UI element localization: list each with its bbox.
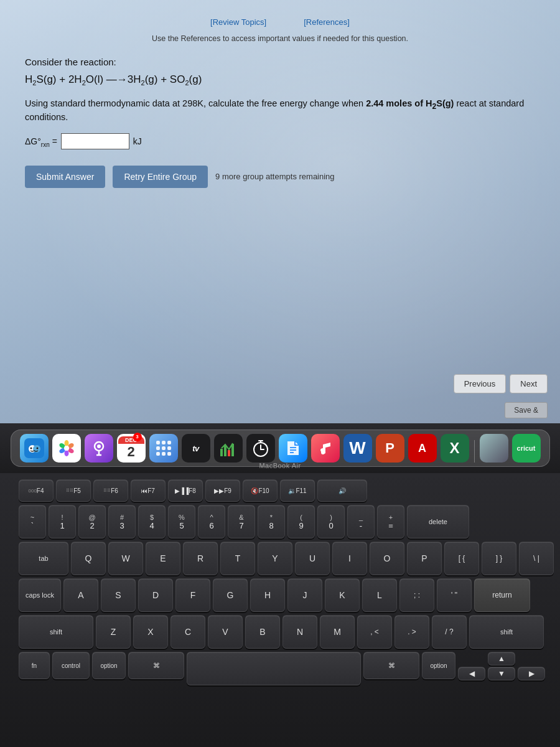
key-d[interactable]: D — [138, 578, 173, 612]
key-period[interactable]: . > — [394, 615, 429, 649]
key-q[interactable]: Q — [71, 542, 106, 575]
key-shift-left[interactable]: shift — [19, 615, 93, 649]
key-v[interactable]: V — [208, 615, 243, 649]
key-comma[interactable]: , < — [357, 615, 392, 649]
key-g[interactable]: G — [213, 578, 248, 612]
key-5[interactable]: % 5 — [168, 505, 195, 538]
key-m[interactable]: M — [320, 615, 355, 649]
key-f11[interactable]: 🔉 F11 — [280, 479, 315, 502]
key-f10[interactable]: 🔇 F10 — [243, 479, 278, 502]
key-option-left[interactable]: option — [92, 652, 126, 679]
key-f12[interactable]: 🔊 — [317, 479, 367, 502]
svg-rect-22 — [167, 446, 171, 450]
key-f9[interactable]: ▶▶ F9 — [205, 479, 240, 502]
key-x[interactable]: X — [133, 615, 168, 649]
key-2[interactable]: @ 2 — [78, 505, 106, 538]
key-1[interactable]: ! 1 — [49, 505, 76, 538]
svg-rect-20 — [156, 446, 160, 450]
key-quote[interactable]: ' " — [437, 578, 472, 612]
key-t[interactable]: T — [220, 542, 255, 575]
dock-stocks[interactable] — [214, 434, 243, 463]
key-control[interactable]: control — [52, 652, 90, 679]
key-fn[interactable]: fn — [19, 652, 50, 679]
key-f[interactable]: F — [175, 578, 210, 612]
dock-powerpoint[interactable]: P — [376, 434, 404, 463]
dock-files[interactable] — [279, 434, 307, 463]
key-f6[interactable]: ⠿⠿ F6 — [93, 479, 128, 502]
key-7[interactable]: & 7 — [228, 505, 255, 538]
dock-appletv[interactable]: tv — [182, 434, 210, 463]
key-8[interactable]: * 8 — [258, 505, 285, 538]
key-caps-lock[interactable]: caps lock — [19, 578, 61, 612]
dock-launchpad[interactable] — [149, 434, 178, 463]
dock-finder[interactable] — [20, 434, 49, 463]
key-e[interactable]: E — [146, 542, 180, 575]
key-z[interactable]: Z — [96, 615, 131, 649]
key-y[interactable]: Y — [258, 542, 292, 575]
dock-timer[interactable] — [246, 434, 275, 463]
key-s[interactable]: S — [101, 578, 136, 612]
key-o[interactable]: O — [370, 542, 404, 575]
answer-input[interactable] — [61, 133, 129, 149]
dock-music[interactable] — [311, 434, 340, 463]
key-arrow-left[interactable]: ◀ — [458, 667, 485, 680]
previous-button[interactable]: Previous — [454, 374, 506, 393]
key-space[interactable] — [187, 652, 361, 685]
key-9[interactable]: ( 9 — [287, 505, 315, 538]
key-h[interactable]: H — [250, 578, 285, 612]
dock-podcasts[interactable] — [85, 434, 113, 463]
key-r[interactable]: R — [183, 542, 218, 575]
key-arrow-down[interactable]: ▼ — [488, 667, 515, 680]
key-bracket-open[interactable]: [ { — [444, 542, 479, 575]
key-shift-right[interactable]: shift — [469, 615, 544, 649]
key-bracket-close[interactable]: ] } — [482, 542, 516, 575]
key-tab[interactable]: tab — [19, 542, 68, 575]
key-k[interactable]: K — [325, 578, 360, 612]
key-semicolon[interactable]: ; : — [399, 578, 434, 612]
key-u[interactable]: U — [295, 542, 330, 575]
key-command-left[interactable]: ⌘ — [128, 652, 184, 679]
dock-calendar[interactable]: DEC 3 2 — [117, 434, 146, 463]
key-p[interactable]: P — [407, 542, 442, 575]
key-l[interactable]: L — [362, 578, 397, 612]
key-i[interactable]: I — [332, 542, 367, 575]
save-button[interactable]: Save & — [505, 402, 548, 418]
key-0[interactable]: ) 0 — [317, 505, 345, 538]
key-w[interactable]: W — [108, 542, 143, 575]
key-command-right[interactable]: ⌘ — [363, 652, 419, 679]
dock-acrobat[interactable]: A — [408, 434, 437, 463]
key-minus[interactable]: _ - — [347, 505, 375, 538]
key-n[interactable]: N — [282, 615, 317, 649]
key-slash[interactable]: / ? — [432, 615, 467, 649]
key-delete[interactable]: delete — [407, 505, 469, 538]
key-4[interactable]: $ 4 — [138, 505, 166, 538]
dock-word[interactable]: W — [343, 434, 372, 463]
key-f8[interactable]: ▶▐▐ F8 — [168, 479, 203, 502]
key-c[interactable]: C — [170, 615, 205, 649]
key-option-right[interactable]: option — [422, 652, 455, 679]
key-j[interactable]: J — [287, 578, 322, 612]
submit-answer-button[interactable]: Submit Answer — [25, 166, 105, 188]
retry-entire-group-button[interactable]: Retry Entire Group — [113, 166, 208, 188]
key-b[interactable]: B — [245, 615, 280, 649]
dock-cricut[interactable]: cricut — [512, 434, 541, 463]
dock-photos[interactable] — [52, 434, 81, 463]
dock-screenshot[interactable] — [480, 434, 508, 463]
key-3[interactable]: # 3 — [108, 505, 136, 538]
key-arrow-up[interactable]: ▲ — [488, 652, 515, 665]
key-f7[interactable]: ⏮ F7 — [131, 479, 166, 502]
key-a[interactable]: A — [63, 578, 98, 612]
key-arrow-right[interactable]: ▶ — [518, 667, 545, 680]
key-f4[interactable]: 000 F4 — [19, 479, 54, 502]
next-button[interactable]: Next — [510, 374, 548, 393]
key-6[interactable]: ^ 6 — [198, 505, 225, 538]
dock-excel[interactable]: X — [441, 434, 469, 463]
key-equals[interactable]: + = — [377, 505, 404, 538]
review-topics-link[interactable]: [Review Topics] — [210, 17, 266, 27]
key-f5[interactable]: ⠿⠿ F5 — [56, 479, 91, 502]
key-tilde[interactable]: ~ ` — [19, 505, 46, 538]
key-return[interactable]: return — [474, 578, 530, 612]
key-backslash[interactable]: \ | — [519, 542, 554, 575]
references-link[interactable]: [References] — [304, 17, 350, 27]
dock: DEC 3 2 tv — [11, 430, 550, 467]
